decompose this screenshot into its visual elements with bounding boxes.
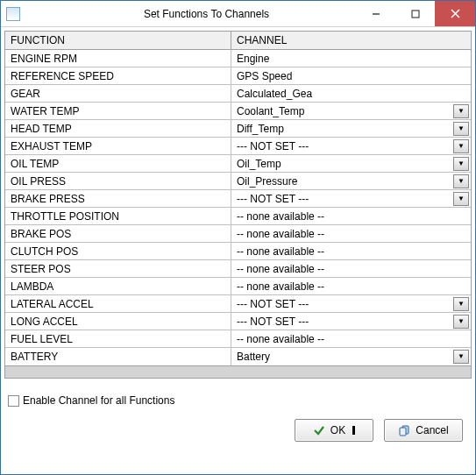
chevron-down-icon: ▼: [458, 125, 465, 132]
channel-cell[interactable]: Oil_Temp▼: [231, 155, 471, 172]
grid-scrollbar-area: [5, 365, 471, 378]
table-row: LATERAL ACCEL--- NOT SET ---▼: [5, 295, 471, 313]
header-channel[interactable]: CHANNEL: [231, 32, 471, 49]
channel-cell[interactable]: Diff_Temp▼: [231, 120, 471, 137]
table-row: STEER POS-- none available --: [5, 260, 471, 278]
channel-value: -- none available --: [237, 245, 324, 258]
function-cell[interactable]: GEAR: [5, 85, 231, 102]
channel-cell[interactable]: -- none available --: [231, 243, 471, 259]
function-cell[interactable]: REFERENCE SPEED: [5, 67, 231, 84]
channel-value: --- NOT SET ---: [237, 140, 309, 152]
dropdown-button[interactable]: ▼: [453, 104, 469, 118]
check-icon: [313, 424, 325, 436]
function-cell[interactable]: THROTTLE POSITION: [5, 208, 231, 224]
chevron-down-icon: ▼: [458, 160, 465, 167]
function-cell[interactable]: ENGINE RPM: [5, 50, 231, 67]
functions-grid: FUNCTION CHANNEL ENGINE RPMEngineREFEREN…: [4, 31, 472, 379]
minimize-button[interactable]: [356, 1, 395, 26]
function-cell[interactable]: BRAKE PRESS: [5, 190, 231, 207]
channel-cell[interactable]: --- NOT SET ---▼: [231, 190, 471, 207]
chevron-down-icon: ▼: [458, 143, 465, 150]
channel-cell[interactable]: Calculated_Gea: [231, 85, 471, 102]
function-cell[interactable]: LATERAL ACCEL: [5, 295, 231, 312]
cancel-label: Cancel: [416, 424, 448, 436]
channel-value: -- none available --: [237, 333, 324, 345]
function-cell[interactable]: OIL TEMP: [5, 155, 231, 172]
table-row: REFERENCE SPEEDGPS Speed: [5, 67, 471, 85]
dropdown-button[interactable]: ▼: [453, 139, 469, 153]
function-cell[interactable]: BATTERY: [5, 348, 231, 365]
table-row: FUEL LEVEL-- none available --: [5, 330, 471, 348]
channel-cell[interactable]: Battery▼: [231, 348, 471, 365]
channel-value: --- NOT SET ---: [237, 315, 309, 328]
channel-value: -- none available --: [237, 228, 324, 240]
chevron-down-icon: ▼: [458, 301, 465, 308]
maximize-icon: [411, 10, 420, 18]
ok-button[interactable]: OK: [295, 419, 373, 442]
channel-cell[interactable]: -- none available --: [231, 208, 471, 224]
function-cell[interactable]: EXHAUST TEMP: [5, 138, 231, 154]
function-cell[interactable]: STEER POS: [5, 260, 231, 277]
dialog-content: FUNCTION CHANNEL ENGINE RPMEngineREFEREN…: [1, 27, 475, 474]
function-cell[interactable]: BRAKE POS: [5, 225, 231, 242]
chevron-down-icon: ▼: [458, 178, 465, 185]
channel-cell[interactable]: -- none available --: [231, 278, 471, 294]
title-bar: Set Functions To Channels: [1, 1, 475, 27]
grid-body: ENGINE RPMEngineREFERENCE SPEEDGPS Speed…: [5, 50, 471, 365]
channel-value: Battery: [237, 351, 270, 363]
channel-value: Oil_Pressure: [237, 175, 297, 188]
function-cell[interactable]: LONG ACCEL: [5, 313, 231, 330]
function-cell[interactable]: OIL PRESS: [5, 173, 231, 189]
dropdown-button[interactable]: ▼: [453, 315, 469, 329]
dropdown-button[interactable]: ▼: [453, 192, 469, 206]
channel-cell[interactable]: GPS Speed: [231, 67, 471, 84]
table-row: CLUTCH POS-- none available --: [5, 243, 471, 260]
dropdown-button[interactable]: ▼: [453, 174, 469, 188]
cancel-button[interactable]: Cancel: [384, 419, 463, 442]
channel-value: Oil_Temp: [237, 158, 281, 170]
dropdown-button[interactable]: ▼: [453, 157, 469, 171]
svg-rect-1: [412, 11, 419, 18]
enable-all-label: Enable Channel for all Functions: [23, 394, 174, 407]
channel-cell[interactable]: --- NOT SET ---▼: [231, 138, 471, 154]
table-row: BRAKE POS-- none available --: [5, 225, 471, 243]
chevron-down-icon: ▼: [458, 195, 465, 202]
channel-cell[interactable]: -- none available --: [231, 225, 471, 242]
function-cell[interactable]: LAMBDA: [5, 278, 231, 294]
header-function[interactable]: FUNCTION: [5, 32, 231, 49]
minimize-icon: [372, 10, 380, 18]
table-row: OIL PRESSOil_Pressure▼: [5, 173, 471, 190]
ok-decor: [352, 426, 355, 435]
svg-rect-5: [400, 428, 406, 436]
channel-cell[interactable]: --- NOT SET ---▼: [231, 295, 471, 312]
table-row: LONG ACCEL--- NOT SET ---▼: [5, 313, 471, 330]
app-icon: [6, 7, 20, 21]
channel-cell[interactable]: -- none available --: [231, 330, 471, 347]
channel-cell[interactable]: -- none available --: [231, 260, 471, 277]
channel-cell[interactable]: Coolant_Temp▼: [231, 103, 471, 119]
table-row: EXHAUST TEMP--- NOT SET ---▼: [5, 138, 471, 155]
channel-value: Engine: [237, 53, 269, 65]
table-row: BRAKE PRESS--- NOT SET ---▼: [5, 190, 471, 208]
maximize-button[interactable]: [395, 1, 435, 26]
channel-cell[interactable]: Engine: [231, 50, 471, 67]
dialog-window: Set Functions To Channels FUNCTION CHANN…: [0, 0, 476, 475]
dropdown-button[interactable]: ▼: [453, 350, 469, 364]
channel-cell[interactable]: Oil_Pressure▼: [231, 173, 471, 189]
enable-all-checkbox[interactable]: [8, 395, 19, 407]
table-row: BATTERYBattery▼: [5, 348, 471, 365]
dropdown-button[interactable]: ▼: [453, 297, 469, 311]
close-button[interactable]: [435, 1, 475, 26]
table-row: WATER TEMPCoolant_Temp▼: [5, 103, 471, 120]
function-cell[interactable]: FUEL LEVEL: [5, 330, 231, 347]
channel-cell[interactable]: --- NOT SET ---▼: [231, 313, 471, 330]
ok-label: OK: [330, 424, 345, 436]
function-cell[interactable]: HEAD TEMP: [5, 120, 231, 137]
table-row: HEAD TEMPDiff_Temp▼: [5, 120, 471, 138]
function-cell[interactable]: WATER TEMP: [5, 103, 231, 119]
table-row: THROTTLE POSITION-- none available --: [5, 208, 471, 225]
dialog-buttons: OK Cancel: [4, 414, 472, 447]
dropdown-button[interactable]: ▼: [453, 122, 469, 136]
function-cell[interactable]: CLUTCH POS: [5, 243, 231, 259]
chevron-down-icon: ▼: [458, 353, 465, 360]
